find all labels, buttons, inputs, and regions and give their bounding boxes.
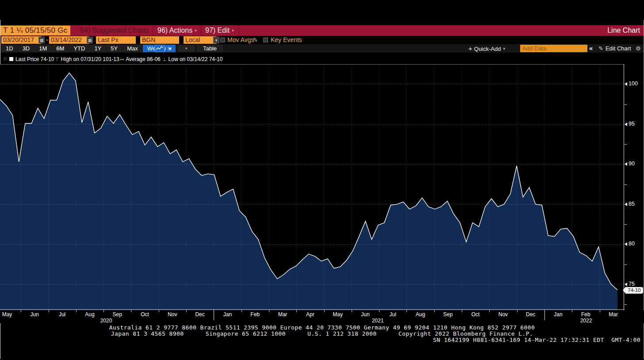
- key-events-checkbox[interactable]: [263, 38, 268, 42]
- suggested-charts-button[interactable]: 94) Suggested Charts: [80, 25, 149, 36]
- avg-marker-icon: ↔: [120, 57, 124, 62]
- date-from-field[interactable]: 03/20/2017: [1, 36, 41, 44]
- actions-menu-button[interactable]: 96) Actions▾: [153, 25, 202, 36]
- month-boundary-tick: [406, 310, 407, 312]
- date-range-dash: -: [46, 36, 48, 44]
- chevron-down-icon: ▾: [503, 46, 505, 51]
- range-button-ytd[interactable]: YTD: [69, 45, 89, 52]
- y-minor-tick: [625, 224, 627, 225]
- month-boundary-tick: [517, 310, 518, 312]
- calendar-icon[interactable]: ▦: [38, 37, 45, 43]
- price-chart-plot[interactable]: [0, 64, 625, 310]
- y-axis-labels: 1009590858075: [625, 64, 644, 310]
- y-tick-arrow: [625, 82, 627, 86]
- month-label-14: Jul: [390, 311, 396, 318]
- month-label-13: Jun: [361, 311, 369, 318]
- month-label-2: Jul: [59, 311, 65, 318]
- pencil-icon[interactable]: ✎: [253, 36, 258, 44]
- range-button-6m[interactable]: 6M: [52, 45, 69, 52]
- range-toolbar: 1D3D1M6MYTD1Y5YMaxWeekly▼ 1↓ ▾ Table +Qu…: [0, 44, 644, 53]
- quick-add-label: Quick-Add: [474, 46, 501, 52]
- y-tick-arrow: [625, 203, 627, 206]
- high-marker-icon: ⊤: [55, 57, 59, 62]
- y-tick-label: 85: [629, 201, 635, 207]
- year-label-2022: 2022: [580, 318, 592, 324]
- chevron-down-icon: ▾: [232, 28, 234, 33]
- month-label-18: Nov: [498, 311, 508, 318]
- currency-dropdown-arrow-icon[interactable]: ▾: [213, 37, 219, 43]
- month-label-6: Nov: [168, 311, 177, 318]
- range-button-1y[interactable]: 1Y: [90, 45, 106, 52]
- month-label-21: Feb: [581, 311, 590, 318]
- month-boundary-tick: [242, 310, 242, 312]
- compare-sort-icon[interactable]: 1↓: [167, 44, 173, 53]
- range-button-5y[interactable]: 5Y: [106, 45, 122, 52]
- footer-contact-line-1: Australia 61 2 9777 8600 Brazil 5511 239…: [0, 324, 644, 331]
- month-boundary-tick: [489, 310, 490, 312]
- year-label-2021: 2021: [372, 318, 384, 324]
- legend-item-1: ⊤High on 07/31/20 101-13: [55, 56, 119, 63]
- edit-chart-button[interactable]: ✎Edit Chart: [598, 44, 631, 53]
- table-button[interactable]: Table: [197, 45, 223, 52]
- y-tick-arrow: [625, 242, 627, 246]
- chart-settings-toolbar: 03/20/2017 ▦ - 03/14/2022 ▦ Last Px BGN …: [0, 36, 644, 44]
- month-boundary-tick: [76, 310, 77, 312]
- month-label-1: Jun: [31, 311, 39, 318]
- collapse-panel-button[interactable]: «: [589, 44, 593, 53]
- chart-options-dropdown[interactable]: ▾: [178, 45, 195, 52]
- month-label-3: Aug: [85, 311, 94, 318]
- series-color-swatch: [9, 57, 13, 61]
- month-label-10: Mar: [278, 311, 288, 318]
- y-tick-label: 90: [629, 161, 635, 167]
- y-tick-arrow: [625, 283, 627, 286]
- month-label-11: Apr: [306, 311, 314, 318]
- legend-item-label: Average 86-06: [126, 56, 161, 62]
- range-button-3d[interactable]: 3D: [18, 45, 34, 52]
- calendar-icon[interactable]: ▦: [87, 37, 93, 43]
- add-data-input[interactable]: [520, 45, 587, 52]
- month-boundary-tick: [159, 310, 159, 312]
- mov-avgs-label: Mov Avgs: [227, 36, 254, 44]
- legend-item-3: ⊥Low on 03/14/22 74-10: [162, 56, 222, 63]
- range-button-row: 1D3D1M6MYTD1Y5YMaxWeekly▼: [1, 44, 176, 53]
- range-button-max[interactable]: Max: [123, 45, 142, 52]
- terminal-footer: Australia 61 2 9777 8600 Brazil 5511 239…: [0, 324, 644, 345]
- security-ticker-field[interactable]: T 1 ¼ 05/15/50 Gc: [0, 26, 70, 35]
- edit-menu-button[interactable]: 97) Edit▾: [200, 25, 239, 36]
- month-label-19: Dec: [526, 311, 535, 318]
- edit-label: 97) Edit: [205, 27, 230, 34]
- range-button-1m[interactable]: 1M: [34, 45, 51, 52]
- month-boundary-tick: [572, 310, 572, 312]
- low-marker-icon: ⊥: [162, 57, 167, 62]
- y-tick-label: 95: [629, 121, 635, 127]
- range-button-1d[interactable]: 1D: [1, 45, 18, 52]
- footer-contact-line-2: Japan 81 3 4565 8900 Singapore 65 6212 1…: [0, 330, 644, 337]
- flag-icon: ⚐: [3, 57, 8, 62]
- legend-item-label: High on 07/31/20 101-13: [61, 56, 119, 62]
- date-to-field[interactable]: 03/14/2022: [49, 36, 89, 44]
- y-minor-tick: [625, 104, 627, 105]
- line-chart-type-icon[interactable]: [155, 45, 165, 52]
- y-minor-tick: [625, 184, 627, 185]
- mov-avgs-checkbox[interactable]: [220, 38, 225, 42]
- quick-add-button[interactable]: +Quick-Add▾: [468, 44, 505, 53]
- pencil-icon: ✎: [598, 45, 603, 52]
- month-boundary-tick: [600, 310, 600, 312]
- pricing-source-field[interactable]: BGN: [140, 36, 179, 44]
- actions-label: 96) Actions: [157, 27, 192, 34]
- month-label-15: Aug: [416, 311, 425, 318]
- month-boundary-tick: [462, 310, 462, 312]
- bloomberg-terminal-window: T 1 ¼ 05/15/50 Gc 94) Suggested Charts 9…: [0, 0, 644, 360]
- area-fill: [0, 73, 617, 310]
- currency-select[interactable]: Local CCY: [184, 36, 216, 44]
- year-separator-line: [214, 310, 214, 320]
- chart-legend: ⚐Last Price 74-10⊤High on 07/31/20 101-1…: [0, 56, 624, 63]
- price-field-select[interactable]: Last Px: [96, 36, 136, 44]
- legend-item-0: ⚐Last Price 74-10: [3, 56, 54, 63]
- month-label-9: Feb: [250, 311, 260, 318]
- page-title: Line Chart: [607, 25, 640, 36]
- y-minor-tick: [625, 304, 627, 305]
- chevron-down-icon: ▾: [185, 46, 187, 50]
- gear-icon[interactable]: ⚙: [636, 44, 641, 53]
- month-boundary-tick: [21, 310, 21, 312]
